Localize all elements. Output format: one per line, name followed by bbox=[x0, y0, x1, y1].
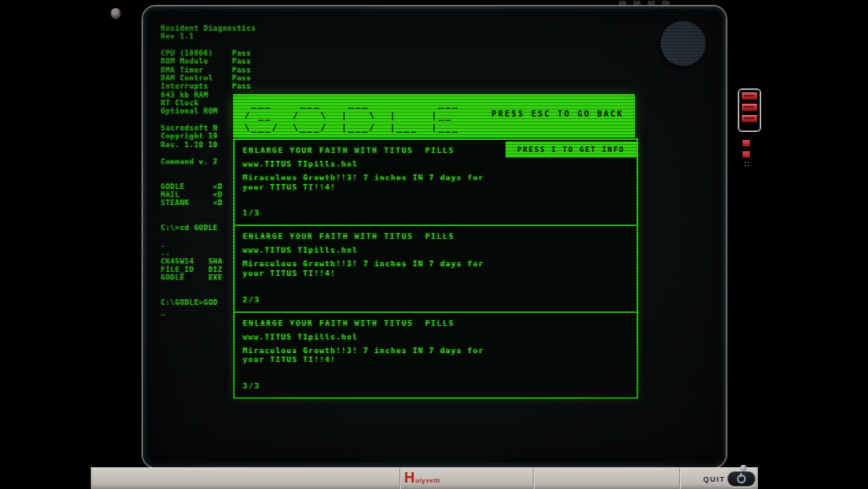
esc-hint-label: PRESS ESC TO GO BACK bbox=[492, 109, 624, 118]
godle-ascii-logo: ___ ___ ___ ___ / __ / \ | \ | |__ \___/… bbox=[244, 97, 459, 134]
result-description: Miraculous Growth!!3! 7 inches IN 7 days… bbox=[243, 259, 628, 277]
brand-name: olyvetti bbox=[416, 477, 440, 484]
side-red-button-3[interactable] bbox=[742, 115, 757, 122]
result-url[interactable]: www.TITUS TIpills.hol bbox=[243, 245, 628, 254]
vent-hole bbox=[662, 1, 669, 6]
power-led bbox=[740, 465, 747, 471]
search-result-1[interactable]: ENLARGE YOUR FAITH WITH TITUS PILLS www.… bbox=[235, 140, 637, 226]
quit-label: QUIT bbox=[703, 475, 726, 483]
result-url[interactable]: www.TITUS TIpills.hol bbox=[243, 159, 628, 168]
side-red-button-2[interactable] bbox=[742, 104, 757, 111]
result-title: ENLARGE YOUR FAITH WITH TITUS PILLS bbox=[243, 146, 628, 154]
vent-hole bbox=[648, 1, 655, 6]
result-title: ENLARGE YOUR FAITH WITH TITUS PILLS bbox=[243, 318, 628, 327]
side-small-button-1[interactable] bbox=[743, 140, 750, 146]
game-stage: Resident Diagnostics Rev 1.1 CPU (18806)… bbox=[0, 0, 868, 489]
button-label-texture bbox=[744, 117, 754, 119]
side-red-button-1[interactable] bbox=[742, 92, 757, 100]
holyvetti-brand-logo: H olyvetti bbox=[404, 470, 440, 486]
godle-window-titlebar: ___ ___ ___ ___ / __ / \ | \ | |__ \___/… bbox=[233, 94, 635, 138]
crt-corner-shadow bbox=[661, 21, 706, 66]
result-description: Miraculous Growth!!3! 7 inches IN 7 days… bbox=[243, 346, 628, 364]
result-url[interactable]: www.TITUS TIpills.hol bbox=[243, 332, 628, 341]
side-small-button-2[interactable] bbox=[743, 151, 750, 158]
screw bbox=[111, 8, 121, 18]
monitor-bottom-bar: H olyvetti QUIT bbox=[91, 467, 758, 489]
bar-divider bbox=[533, 468, 534, 489]
speaker-dots bbox=[743, 161, 751, 167]
vent-hole bbox=[633, 1, 641, 6]
crt-screen: Resident Diagnostics Rev 1.1 CPU (18806)… bbox=[143, 6, 726, 467]
godle-results-list: PRESS I TO GET INFO ENLARGE YOUR FAITH W… bbox=[233, 138, 638, 399]
power-icon bbox=[737, 475, 746, 483]
result-description: Miraculous Growth!!3! 7 inches IN 7 days… bbox=[243, 173, 628, 191]
search-result-3[interactable]: ENLARGE YOUR FAITH WITH TITUS PILLS www.… bbox=[235, 313, 637, 397]
result-title: ENLARGE YOUR FAITH WITH TITUS PILLS bbox=[243, 232, 628, 240]
bar-divider bbox=[399, 468, 400, 489]
quit-power-button[interactable] bbox=[727, 471, 755, 487]
result-page-indicator: 3/3 bbox=[243, 381, 260, 390]
brand-initial: H bbox=[404, 470, 415, 486]
button-label-texture bbox=[744, 95, 754, 97]
result-page-indicator: 2/3 bbox=[243, 295, 260, 304]
button-label-texture bbox=[744, 106, 754, 108]
result-page-indicator: 1/3 bbox=[243, 208, 260, 217]
search-result-2[interactable]: ENLARGE YOUR FAITH WITH TITUS PILLS www.… bbox=[235, 226, 637, 312]
bar-divider bbox=[679, 468, 680, 489]
vent-hole bbox=[619, 1, 626, 6]
